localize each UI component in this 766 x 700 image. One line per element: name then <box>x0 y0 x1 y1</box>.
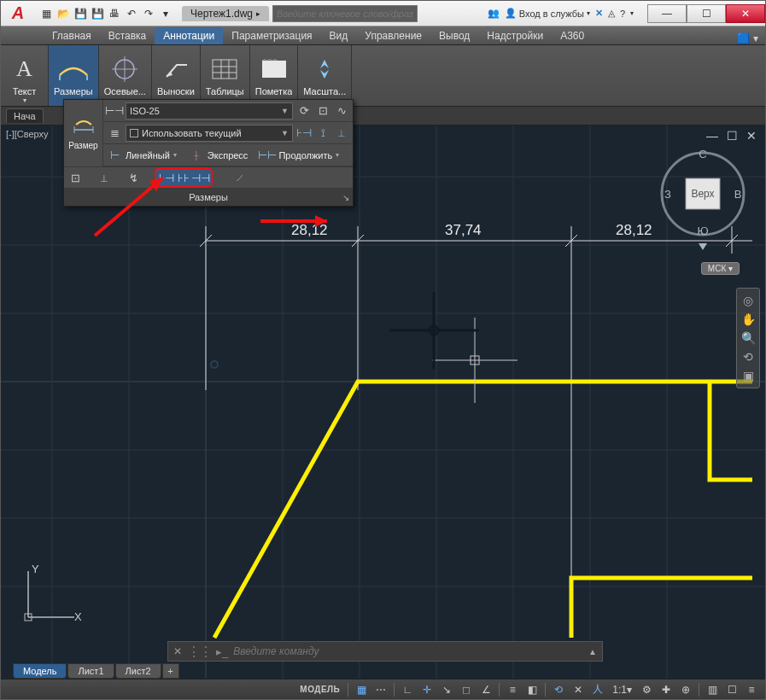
nav-showmotion-icon[interactable]: ▣ <box>743 369 754 382</box>
dim-opt2-icon[interactable]: ⟟ <box>315 125 330 141</box>
status-units-icon[interactable]: ⊕ <box>677 682 694 697</box>
close-button[interactable]: ✕ <box>726 4 765 23</box>
status-lineweight-icon[interactable]: ≡ <box>504 682 521 697</box>
nav-pan-icon[interactable]: ✋ <box>741 312 756 326</box>
dim-graph-icon[interactable]: ∿ <box>334 103 349 119</box>
dim-update-icon[interactable]: ⟳ <box>296 103 312 119</box>
qat-save-icon[interactable]: 💾 <box>73 6 88 21</box>
viewcube[interactable]: С З В Ю Верх <box>656 134 750 254</box>
panel-leaders[interactable]: Выноски ▾ <box>152 45 201 106</box>
status-annomon-icon[interactable]: ✚ <box>658 682 675 697</box>
status-model-button[interactable]: МОДЕЛЬ <box>296 682 343 697</box>
status-transparency-icon[interactable]: ◧ <box>523 682 541 697</box>
exchange-icon[interactable]: ✕ <box>595 8 603 19</box>
panel-text[interactable]: A Текст ▾ <box>1 45 49 106</box>
minimize-button[interactable]: — <box>647 4 687 23</box>
a360-icon[interactable]: ◬ <box>608 8 615 19</box>
tab-insert[interactable]: Вставка <box>100 27 155 44</box>
panel-tables[interactable]: Таблицы ▾ <box>201 45 250 106</box>
drawing-area[interactable]: [-][Сверху — ☐ ✕ <box>1 125 765 699</box>
tab-addins[interactable]: Надстройки <box>478 27 552 44</box>
continue-dim-icon[interactable]: ⊢⊢ <box>260 148 275 163</box>
dim-opt1-icon[interactable]: ⊦⊣ <box>296 125 312 141</box>
tab-manage[interactable]: Управление <box>356 27 430 44</box>
search-box[interactable] <box>272 5 418 22</box>
ucs-icon[interactable]: X Y <box>18 563 86 631</box>
file-tab[interactable]: Чертеж1.dwg ▸ <box>182 6 269 21</box>
file-dropdown-icon[interactable]: ▸ <box>256 9 260 18</box>
status-otrack-icon[interactable]: ∠ <box>477 682 494 697</box>
dim-space-icon[interactable]: ⊦⊣ <box>159 170 174 185</box>
panel-dimensions[interactable]: Размеры ▾ <box>49 45 99 106</box>
status-osnap-icon[interactable]: ◻ <box>458 682 475 697</box>
status-grid-icon[interactable]: ▦ <box>353 682 370 697</box>
status-3dosnap-icon[interactable]: ✕ <box>570 682 587 697</box>
continue-label[interactable]: Продолжить <box>278 150 332 160</box>
tab-parametric[interactable]: Параметризация <box>223 27 320 44</box>
ribbon-collapse-icon[interactable]: ▾ <box>753 32 758 44</box>
maximize-button[interactable]: ☐ <box>687 4 726 23</box>
signin-button[interactable]: 👤 Вход в службы ▾ <box>505 8 590 19</box>
panel-markup[interactable]: Пометка ▾ <box>250 45 299 106</box>
flyout-title[interactable]: Размеры ↘ <box>64 189 353 206</box>
help-icon[interactable]: ? <box>620 9 625 19</box>
nav-zoom-icon[interactable]: 🔍 <box>741 331 756 345</box>
highlighted-tool-group[interactable]: ⊦⊣ ⊦⊦ ⊣⊣ <box>155 167 213 188</box>
linear-dim-icon[interactable]: ⊢ <box>107 148 122 163</box>
tab-view[interactable]: Вид <box>321 27 357 44</box>
dim-chain-icon[interactable]: ⊣⊣ <box>193 170 208 185</box>
qat-open-icon[interactable]: 📂 <box>56 6 71 21</box>
command-input[interactable] <box>233 645 583 657</box>
qat-print-icon[interactable]: 🖶 <box>107 6 122 21</box>
cmdline-grip-icon[interactable]: ⋮⋮ <box>187 644 211 660</box>
qat-more-icon[interactable]: ▾ <box>158 6 173 21</box>
status-iso-icon[interactable]: ↘ <box>438 682 455 697</box>
model-tab[interactable]: Модель <box>13 663 67 679</box>
status-cycling-icon[interactable]: ⟲ <box>550 682 567 697</box>
dim-angular-icon[interactable]: ⟂ <box>96 170 112 185</box>
status-snap-icon[interactable]: ⋯ <box>372 682 389 697</box>
panel-centerlines[interactable]: Осевые... ▾ <box>99 45 152 106</box>
status-dynamic-ucs-icon[interactable]: 人 <box>589 682 606 697</box>
tab-annotate[interactable]: Аннотации <box>155 27 223 44</box>
linear-label[interactable]: Линейный <box>126 150 170 160</box>
dim-jog-icon[interactable]: ↯ <box>126 170 141 185</box>
status-customize-icon[interactable]: ≡ <box>743 682 760 697</box>
layout2-tab[interactable]: Лист2 <box>115 663 161 679</box>
status-qp-icon[interactable]: ▥ <box>704 682 721 697</box>
tab-a360[interactable]: A360 <box>552 27 593 44</box>
dimstyle-combo[interactable]: ISO-25 ▼ <box>126 102 293 120</box>
dim-opt3-icon[interactable]: ⟂ <box>334 125 349 141</box>
dim-oblique-icon[interactable]: ⟋ <box>231 170 247 185</box>
app-logo[interactable]: A <box>1 1 35 26</box>
tab-output[interactable]: Вывод <box>430 27 478 44</box>
cmdline-history-icon[interactable]: ▲ <box>588 647 597 656</box>
layout1-tab[interactable]: Лист1 <box>67 663 114 679</box>
dim-baseline-icon[interactable]: ⊦⊦ <box>176 170 191 185</box>
dim-layer-combo[interactable]: Использовать текущий ▼ <box>126 125 293 142</box>
help-dropdown-icon[interactable]: ▾ <box>630 9 634 17</box>
wcs-badge[interactable]: МСК ▾ <box>701 262 740 275</box>
qat-redo-icon[interactable]: ↷ <box>141 6 156 21</box>
quick-label[interactable]: Экспресс <box>208 150 249 160</box>
status-ortho-icon[interactable]: ∟ <box>399 682 416 697</box>
nav-wheel-icon[interactable]: ◎ <box>743 294 753 307</box>
add-layout-button[interactable]: + <box>162 663 179 679</box>
command-line[interactable]: ✕ ⋮⋮ ▸_ ▲ <box>167 641 603 662</box>
status-clean-icon[interactable]: ☐ <box>723 682 740 697</box>
quick-dim-icon[interactable]: ⟊ <box>189 148 204 163</box>
dim-reassoc-icon[interactable]: ⊡ <box>315 103 330 119</box>
panel-annotation-scaling[interactable]: Масшта... ▾ <box>298 45 352 106</box>
dialog-launcher-icon[interactable]: ↘ <box>342 193 349 202</box>
start-tab[interactable]: Нача <box>6 108 44 123</box>
qat-saveas-icon[interactable]: 💾 <box>90 6 105 21</box>
nav-orbit-icon[interactable]: ⟲ <box>743 350 753 364</box>
ribbon-featured-icon[interactable]: 🟦 <box>737 32 750 44</box>
status-workspace-icon[interactable]: ⚙ <box>638 682 655 697</box>
cmdline-close-icon[interactable]: ✕ <box>173 645 182 657</box>
tab-home[interactable]: Главная <box>44 27 100 44</box>
flyout-big-button[interactable]: Размер <box>64 100 103 166</box>
infocenter-icon[interactable]: 👥 <box>488 8 500 19</box>
qat-new-icon[interactable]: ▦ <box>38 6 54 21</box>
dimbreak-icon[interactable]: ⊡ <box>67 170 83 185</box>
